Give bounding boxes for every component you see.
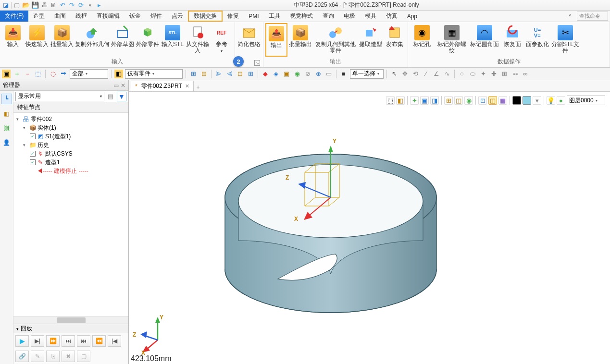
copy-external-geometry-button[interactable]: 复制外部几何 (75, 23, 110, 57)
clear-icon[interactable]: ⬚ (34, 70, 42, 78)
tab-direct-edit[interactable]: 直接编辑 (92, 11, 124, 22)
filter-toggle-icon[interactable]: ▤ (106, 92, 115, 101)
tb-icon-13[interactable]: ▭ (324, 70, 333, 78)
undo-icon[interactable]: ↶ (59, 1, 66, 9)
tb-icon-9[interactable]: ▣ (282, 70, 291, 78)
save-icon[interactable]: 💾 (31, 1, 39, 9)
curve-icon[interactable]: ∿ (443, 70, 451, 78)
tree-stop-line[interactable]: ◀----- 建模停止 ----- (16, 167, 128, 175)
app-icon[interactable]: ◪ (2, 1, 10, 9)
lasso-icon[interactable]: ◌ (49, 70, 57, 78)
simplify-envelope-button[interactable]: 简化包络 (237, 23, 261, 58)
external-part-button[interactable]: 外部零件 (136, 23, 160, 57)
angle-icon[interactable]: ∠ (432, 70, 441, 78)
tab-sheetmetal[interactable]: 钣金 (124, 11, 146, 22)
tree-hscrollbar[interactable] (13, 316, 128, 324)
canvas-3d[interactable]: Y X Z Y X Z 423.105mm (129, 92, 610, 364)
extract-shape-button[interactable]: 提取造型 (359, 23, 383, 57)
tree-shape1[interactable]: ✓✎造型1 (16, 158, 128, 167)
tab-weld[interactable]: 焊件 (146, 11, 167, 22)
mark-fillet-face-button[interactable]: ◠标记圆角面 (470, 23, 499, 57)
tab-visual-style[interactable]: 视觉样式 (285, 11, 318, 22)
reference-button[interactable]: REF参考▾ (211, 23, 233, 57)
tab-repair[interactable]: 修复 (223, 11, 244, 22)
playback-link-icon[interactable]: 🔗 (15, 351, 29, 362)
playback-step-fwd-icon[interactable]: ▶| (31, 335, 44, 347)
export-button[interactable]: 📤输出 (265, 23, 287, 57)
add-tab-icon[interactable]: ＋ (194, 83, 202, 91)
redo-icon[interactable]: ↷ (68, 1, 75, 9)
play-icon[interactable]: ▸ (95, 1, 103, 9)
feature-tree[interactable]: ▾品零件002 ▾📦实体(1) ✓◩S1(造型1) ▾📁历史 ✓↯默认CSYS … (13, 113, 128, 316)
refresh-icon[interactable]: ⟳ (77, 1, 85, 9)
tb-icon-2[interactable]: ⊟ (199, 70, 208, 78)
tree-body[interactable]: ▾📦实体(1) (16, 123, 128, 132)
playback-end-icon[interactable]: ⏭ (62, 335, 75, 347)
copy-geometry-to-other-button[interactable]: 复制几何到其他零件 (313, 23, 358, 57)
viewport[interactable]: * 零件002.Z3PRT ✕ ＋ ⬚ ◧ ✦ ▣ ◨ ⊞ ◫ ◉ ⊡ ◫ ▦ … (129, 80, 610, 364)
grid-icon[interactable]: ⊞ (500, 70, 509, 78)
tab-modeling[interactable]: 造型 (28, 11, 50, 22)
tb-icon-5[interactable]: ⊡ (236, 70, 244, 78)
document-tab[interactable]: * 零件002.Z3PRT ✕ (131, 81, 194, 91)
tb-icon-11[interactable]: ⊘ (303, 70, 312, 78)
group-launcher-icon[interactable]: ↘ (254, 60, 260, 66)
import-button[interactable]: 📥输入 (2, 23, 24, 57)
tab-wireframe[interactable]: 线框 (71, 11, 92, 22)
playback-box-icon[interactable]: ▢ (77, 351, 90, 362)
tree-csys[interactable]: ✓↯默认CSYS (16, 149, 128, 158)
side-image-icon[interactable]: 🖼 (2, 123, 12, 133)
tab-electrode[interactable]: 电极 (339, 11, 360, 22)
tb-icon-3[interactable]: ⫸ (214, 70, 223, 78)
playback-back-icon[interactable]: ⏪ (92, 335, 106, 347)
split-stl-button[interactable]: ✂分割STL文件 (550, 23, 580, 57)
side-tree-icon[interactable]: ┗ (1, 94, 12, 104)
batch-export-button[interactable]: 📦批量输出 (288, 23, 312, 57)
tb-icon-12[interactable]: ⊕ (314, 70, 323, 78)
tb-icon-7[interactable]: ◆ (261, 70, 270, 78)
tab-tools[interactable]: 工具 (264, 11, 285, 22)
playback-copy-icon[interactable]: ⎘ (46, 351, 60, 362)
side-user-icon[interactable]: 👤 (2, 138, 12, 147)
tb-icon-6[interactable]: ⊞ (246, 70, 255, 78)
filter-arrow-icon[interactable]: ⮕ (59, 70, 68, 78)
quick-import-button[interactable]: ⚡快速输入 (25, 23, 49, 57)
cursor-icon[interactable]: ↖ (390, 70, 398, 78)
ellipse-icon[interactable]: ⬭ (468, 70, 477, 78)
playback-fwd-icon[interactable]: ⏩ (46, 335, 60, 347)
cross-icon[interactable]: ✚ (489, 70, 498, 78)
tb-icon-1[interactable]: ⊞ (189, 70, 198, 78)
pan-icon[interactable]: ✥ (400, 70, 409, 78)
playback-header[interactable]: ▾回放 (13, 324, 128, 333)
playback-step-back-icon[interactable]: |◀ (108, 335, 121, 347)
manager-collapse-icon[interactable]: ▭ (113, 82, 119, 89)
select-mode-combo[interactable]: 单一选择▾ (350, 69, 384, 79)
rotate-icon[interactable]: ⟲ (411, 70, 420, 78)
selector-icon[interactable]: ▣ (2, 70, 11, 78)
parts-toggle-icon[interactable]: ◧ (114, 70, 123, 78)
search-command-input[interactable]: 查找命令 (577, 12, 608, 21)
playback-pencil-icon[interactable]: ✎ (31, 351, 44, 362)
tb-icon-10[interactable]: ◉ (293, 70, 301, 78)
qat-menu-icon[interactable]: ▾ (86, 1, 94, 9)
tree-history[interactable]: ▾📁历史 (16, 141, 128, 149)
star-icon[interactable]: ✦ (479, 70, 487, 78)
side-cube-icon[interactable]: ◧ (2, 109, 12, 119)
import-stl-button[interactable]: STL输入STL (161, 23, 185, 57)
restore-face-button[interactable]: 恢复面 (500, 23, 524, 57)
circle-icon[interactable]: ○ (458, 70, 466, 78)
add-icon[interactable]: ＋ (12, 70, 21, 78)
close-tab-icon[interactable]: ✕ (185, 83, 189, 89)
funnel-filter-icon[interactable]: ▼ (117, 92, 126, 101)
tab-pmi[interactable]: PMI (244, 11, 263, 22)
save-all-icon[interactable]: 🗎 (50, 1, 57, 9)
playback-start-icon[interactable]: ⏮ (77, 335, 90, 347)
playback-delete-icon[interactable]: ✖ (62, 351, 75, 362)
import-from-file-button[interactable]: 从文件输入 (186, 23, 210, 57)
tab-query[interactable]: 查询 (318, 11, 339, 22)
playback-play-icon[interactable]: ▶ (15, 335, 29, 347)
external-sketch-button[interactable]: 外部草图 (111, 23, 135, 57)
filter-parts-combo[interactable]: 仅有零件▾ (125, 69, 183, 79)
mark-external-thread-button[interactable]: ▦标记外部螺纹 (435, 23, 469, 57)
tab-file[interactable]: 文件(F) (0, 11, 28, 22)
